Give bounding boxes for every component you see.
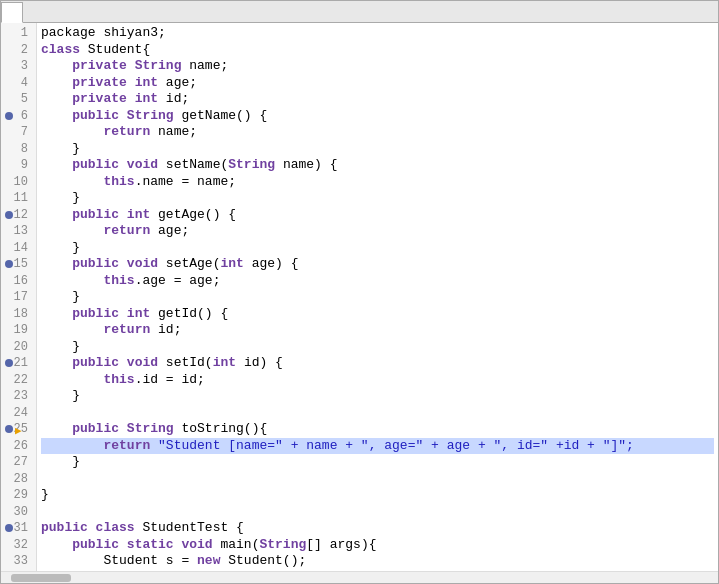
code-token (41, 372, 103, 389)
code-line: public class StudentTest { (41, 520, 714, 537)
code-line: Student s = new Student(); (41, 553, 714, 570)
line-number: 30 (14, 504, 28, 521)
code-token: int (127, 207, 158, 224)
code-token: getAge() { (158, 207, 236, 224)
code-token: .name = name; (135, 174, 236, 191)
code-token (41, 322, 103, 339)
code-token (41, 157, 72, 174)
code-token: int (213, 355, 244, 372)
code-token: class (41, 42, 88, 59)
breakpoint-dot[interactable] (5, 359, 13, 367)
line-number: 29 (14, 487, 28, 504)
line-number-row: 3 (3, 58, 32, 75)
breakpoint-dot[interactable] (5, 425, 13, 433)
scroll-thumb-x[interactable] (11, 574, 71, 582)
code-token (41, 223, 103, 240)
code-line: return id; (41, 322, 714, 339)
line-number-row: 29 (3, 487, 32, 504)
code-line: package shiyan3; (41, 25, 714, 42)
code-token: void (127, 157, 166, 174)
code-token: String (135, 58, 190, 75)
code-token (41, 75, 72, 92)
line-number: 13 (14, 223, 28, 240)
code-token (41, 306, 72, 323)
code-token: String (127, 421, 182, 438)
line-number-row: 11 (3, 190, 32, 207)
code-area: 123456789101112131415161718192021222324▶… (1, 23, 718, 571)
code-token: String (259, 537, 306, 554)
code-token: id) { (244, 355, 283, 372)
breakpoint-dot[interactable] (5, 211, 13, 219)
code-token: id; (166, 91, 189, 108)
code-token: public (72, 355, 127, 372)
code-token: StudentTest { (142, 520, 243, 537)
line-number-row: 18 (3, 306, 32, 323)
code-token: } (41, 388, 80, 405)
code-line: private String name; (41, 58, 714, 75)
line-number: 20 (14, 339, 28, 356)
code-token: return (103, 124, 158, 141)
line-number-row: 19 (3, 322, 32, 339)
line-number-row: 32 (3, 537, 32, 554)
line-number-row: 15 (3, 256, 32, 273)
code-line: return "Student [name=" + name + ", age=… (41, 438, 714, 455)
breakpoint-dot[interactable] (5, 260, 13, 268)
breakpoint-dot[interactable] (5, 112, 13, 120)
line-number-row: 23 (3, 388, 32, 405)
code-token: main( (220, 537, 259, 554)
code-token: this (103, 372, 134, 389)
code-token: .age = age; (135, 273, 221, 290)
code-token: public (72, 207, 127, 224)
code-token: getId() { (158, 306, 228, 323)
code-token: void (127, 355, 166, 372)
code-token: this (103, 174, 134, 191)
code-token: name; (158, 124, 197, 141)
code-line: } (41, 388, 714, 405)
code-token: public (72, 157, 127, 174)
code-token: name; (189, 58, 228, 75)
code-token (41, 256, 72, 273)
line-number-row: 10 (3, 174, 32, 191)
code-token: class (96, 520, 143, 537)
code-line: public void setId(int id) { (41, 355, 714, 372)
horizontal-scrollbar[interactable] (1, 571, 718, 583)
code-content[interactable]: package shiyan3;class Student{ private S… (37, 23, 718, 571)
code-line: public static void main(String[] args){ (41, 537, 714, 554)
line-number-row: 6 (3, 108, 32, 125)
line-number: 17 (14, 289, 28, 306)
code-token: age) { (252, 256, 299, 273)
line-number: 28 (14, 471, 28, 488)
code-line: } (41, 190, 714, 207)
editor-tab[interactable] (1, 2, 23, 23)
code-token: int (135, 75, 166, 92)
line-number-row: 16 (3, 273, 32, 290)
code-token: name) { (283, 157, 338, 174)
code-line: } (41, 487, 714, 504)
line-number: 23 (14, 388, 28, 405)
code-line: public int getAge() { (41, 207, 714, 224)
code-token: void (181, 537, 220, 554)
code-line: this.name = name; (41, 174, 714, 191)
code-line: private int age; (41, 75, 714, 92)
code-token: return (103, 322, 158, 339)
code-line: private int id; (41, 91, 714, 108)
line-number: 33 (14, 553, 28, 570)
line-number-row: 17 (3, 289, 32, 306)
line-number-row: 8 (3, 141, 32, 158)
code-token: } (41, 339, 80, 356)
code-token: public (72, 256, 127, 273)
breakpoint-dot[interactable] (5, 524, 13, 532)
code-line: } (41, 141, 714, 158)
line-number-row: 20 (3, 339, 32, 356)
code-token: public (72, 537, 127, 554)
line-number: 27 (14, 454, 28, 471)
code-line: } (41, 240, 714, 257)
code-token: [] args){ (306, 537, 376, 554)
code-token (41, 421, 72, 438)
line-number: 34 (14, 570, 28, 572)
code-token: return (103, 438, 158, 455)
code-token: int (127, 306, 158, 323)
code-token: age; (158, 223, 189, 240)
code-token: private (72, 91, 134, 108)
code-line: public void setAge(int age) { (41, 256, 714, 273)
